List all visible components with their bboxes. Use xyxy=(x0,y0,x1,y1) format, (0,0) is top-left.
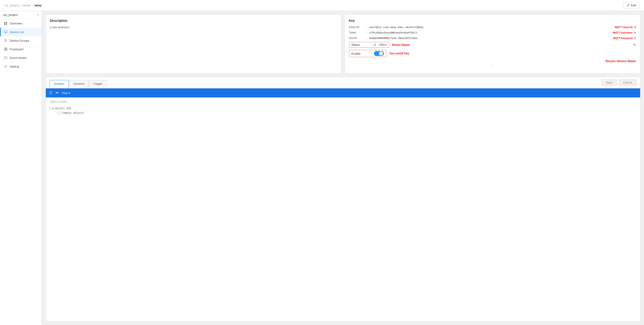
svg-point-7 xyxy=(5,40,6,40)
mqtt-password-action[interactable]: MQTT Password xyxy=(613,37,633,39)
edit-label: Edit xyxy=(631,4,636,7)
hook-icon xyxy=(4,56,8,60)
key-title: Key xyxy=(349,19,636,22)
key-card: Key Client ID : e42c8613-cad2-44ee-94ac-… xyxy=(345,14,640,74)
client-id-colon: : xyxy=(365,26,370,29)
sidebar-item-device-list[interactable]: Device List xyxy=(0,28,42,36)
tag-icon xyxy=(4,39,8,42)
svg-rect-12 xyxy=(6,50,7,50)
tree-expand-arrow[interactable]: ▶ xyxy=(52,107,54,110)
tree-checkbox-object[interactable] xyxy=(49,107,52,110)
chevron-down-icon: ▾ xyxy=(38,13,38,16)
tree-label: Tree xyxy=(62,91,68,95)
tree-dropdown-arrow: ▾ xyxy=(68,91,70,95)
enable-colon: : xyxy=(372,52,372,55)
secret-row: Secret : QnWqD2WHKOKNQ1fS16-TWawfmP5TvEG… xyxy=(349,36,636,40)
top-bar: my_project / device / lamp Edit xyxy=(0,0,644,11)
sidebar-item-overview[interactable]: Overview xyxy=(0,19,42,28)
svg-rect-1 xyxy=(6,22,7,23)
enable-label: Enable xyxy=(352,52,370,55)
description-title: Description xyxy=(50,19,337,22)
tab-shadow-label: Shadow xyxy=(54,82,64,85)
tab-trigger[interactable]: Trigger xyxy=(89,80,107,87)
grid-icon xyxy=(4,21,8,25)
client-id-label: Client ID xyxy=(349,26,365,29)
device-status-action[interactable]: Device Status xyxy=(392,43,410,46)
svg-rect-13 xyxy=(4,57,7,59)
breadcrumb-project[interactable]: my_project xyxy=(4,4,19,7)
breadcrumb-device[interactable]: device xyxy=(22,4,31,7)
tree-placeholder: Select a node... xyxy=(48,99,638,104)
sidebar-item-label: Device Groups xyxy=(10,39,29,42)
tabs-right: Save Cancel xyxy=(602,79,636,88)
mqtt-username-action[interactable]: MQTT Username xyxy=(613,31,633,34)
edit-button[interactable]: Edit xyxy=(623,2,640,8)
cancel-button[interactable]: Cancel xyxy=(619,79,636,86)
token-colon: : xyxy=(365,31,370,34)
token-row: Token : n7PhjRAQsvEkan9WHzbwP9cmUaP7N1CJ… xyxy=(349,31,636,34)
sidebar-item-label: Device List xyxy=(10,30,24,34)
client-id-value: e42c8613-cad2-44ee-94ac-44c43c5380e5 xyxy=(370,26,613,29)
enable-toggle[interactable] xyxy=(374,51,384,56)
project-name: my_project xyxy=(3,13,18,16)
svg-rect-2 xyxy=(4,23,6,25)
tab-schema[interactable]: Schema xyxy=(69,80,89,87)
tree-node-empty: (empty object) xyxy=(57,111,638,115)
tree-node-object: ▶ object {0} xyxy=(48,106,638,111)
sidebar-item-device-groups[interactable]: Device Groups xyxy=(0,36,42,45)
status-outlined-box: Status : Offline xyxy=(349,42,389,48)
resync-area: Resync Device Status xyxy=(349,59,636,63)
copy-client-id-icon[interactable]: ⧉ xyxy=(634,26,636,29)
edit-icon xyxy=(626,4,630,7)
main-layout: my_project ▾ Overview Device List Device… xyxy=(0,11,644,325)
enable-row: Enable : Turn on/off Key xyxy=(349,50,636,57)
refresh-icon[interactable]: ↻ xyxy=(633,43,636,47)
copy-secret-icon[interactable]: ⧉ xyxy=(634,36,636,40)
svg-rect-11 xyxy=(4,50,6,50)
breadcrumb-item: lamp xyxy=(34,4,41,7)
sidebar-item-setting[interactable]: Setting xyxy=(0,62,42,71)
gear-icon xyxy=(4,65,8,68)
sidebar: my_project ▾ Overview Device List Device… xyxy=(0,11,42,325)
sidebar-item-event-hooks[interactable]: Event Hooks xyxy=(0,53,42,62)
status-label: Status xyxy=(352,43,370,46)
svg-rect-10 xyxy=(6,48,7,48)
sidebar-item-label: Event Hooks xyxy=(10,56,26,60)
tabs-left: Shadow Schema Trigger xyxy=(50,80,107,87)
tab-shadow[interactable]: Shadow xyxy=(50,80,69,87)
breadcrumb-sep1: / xyxy=(20,4,21,7)
enable-outlined-box: Enable : xyxy=(349,50,387,57)
description-text: in the bedroom xyxy=(50,26,337,29)
token-value: n7PhjRAQsvEkan9WHzbwP9cmUaP7N1CJ xyxy=(370,31,611,34)
collapse-all-icon[interactable] xyxy=(55,91,59,95)
project-selector[interactable]: my_project ▾ xyxy=(0,11,42,19)
expand-all-icon[interactable] xyxy=(49,91,52,95)
secret-colon: : xyxy=(365,36,370,40)
client-id-row: Client ID : e42c8613-cad2-44ee-94ac-44c4… xyxy=(349,26,636,29)
tree-content: Select a node... ▶ object {0} (empty obj… xyxy=(46,97,640,321)
dashboard-icon xyxy=(4,47,8,51)
mqtt-client-id-action[interactable]: MQTT Client ID xyxy=(615,26,633,28)
svg-rect-3 xyxy=(6,23,7,25)
tabs-bar: Shadow Schema Trigger Save Cancel xyxy=(46,77,640,88)
shadow-panel: Shadow Schema Trigger Save Cancel xyxy=(46,77,640,321)
status-row: Status : Offline Device Status ↻ xyxy=(349,42,636,48)
resync-button[interactable]: Resync Device Status xyxy=(606,59,636,63)
svg-rect-9 xyxy=(6,49,7,50)
dash-separator: - xyxy=(349,64,636,68)
svg-rect-0 xyxy=(4,22,6,23)
tree-view-dropdown[interactable]: Tree ▾ xyxy=(62,91,70,95)
sidebar-item-label: Freeboard xyxy=(10,48,23,51)
breadcrumb: my_project / device / lamp xyxy=(4,4,42,7)
svg-rect-8 xyxy=(4,48,6,50)
svg-point-16 xyxy=(5,66,6,67)
tree-node-object-label: object {0} xyxy=(55,107,71,110)
status-colon: : xyxy=(372,43,372,46)
token-label: Token xyxy=(349,31,365,34)
save-button[interactable]: Save xyxy=(602,79,617,86)
sidebar-item-freeboard[interactable]: Freeboard xyxy=(0,45,42,53)
tree-checkbox-empty[interactable] xyxy=(58,111,61,114)
copy-token-icon[interactable]: ⧉ xyxy=(634,31,636,34)
turn-onoff-action[interactable]: Turn on/off Key xyxy=(389,52,409,55)
content-area: Description in the bedroom Key Client ID… xyxy=(42,11,644,325)
